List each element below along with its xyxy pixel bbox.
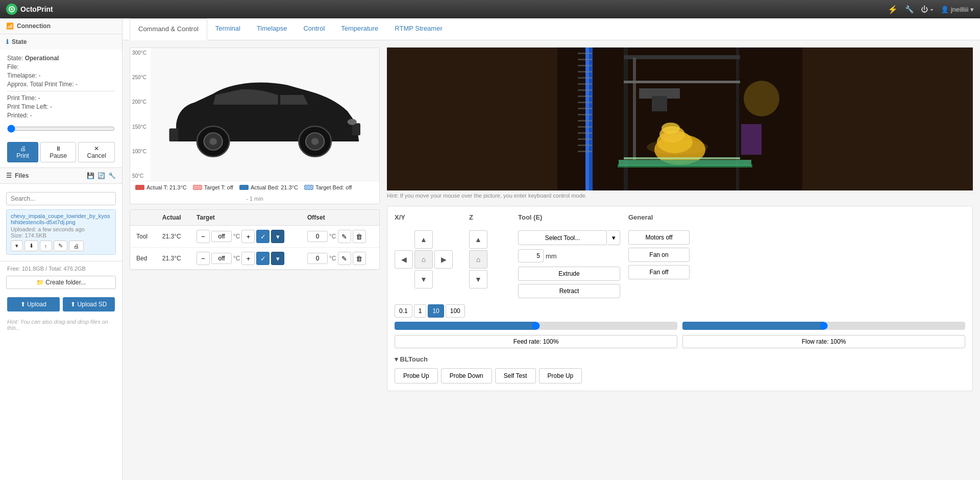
bltouch-self-test[interactable]: Self Test [495,368,536,383]
fan-on-button[interactable]: Fan on [628,248,690,262]
bltouch-probe-down[interactable]: Probe Down [441,368,492,383]
bltouch-header[interactable]: ▾ BLTouch [395,355,965,363]
tool-temp-dropdown[interactable]: ▾ [271,230,284,243]
bed-offset-delete[interactable]: 🗑 [353,252,366,265]
bed-offset-input[interactable] [307,253,328,264]
tool-temp-input[interactable] [211,231,232,242]
tool-label: Tool [130,226,156,248]
flow-rate-button[interactable]: Flow rate: 100% [682,335,965,348]
sidebar-state-body: State: Operational File: Timelapse: - Ap… [0,50,122,167]
tool-select-button[interactable]: Select Tool... [518,230,607,245]
main-layout: 📶 Connection ℹ State State: Operational … [0,18,980,480]
files-header: ☰ Files 💾 🔄 🔧 [0,168,122,184]
wrench-icon[interactable]: 🔧 [905,5,914,13]
file-dl-btn[interactable]: ⬇ [24,241,38,251]
bed-offset-edit[interactable]: ✎ [338,252,351,265]
svg-point-53 [647,139,708,155]
bed-offset: °C ✎ 🗑 [301,248,379,270]
lightning-icon[interactable]: ⚡ [888,5,898,14]
step-10[interactable]: 10 [428,304,444,318]
search-input[interactable] [6,192,116,205]
tab-control[interactable]: Control [295,18,333,40]
flow-rate-slider[interactable] [682,322,965,330]
bed-temp-plus[interactable]: + [241,252,255,265]
svg-rect-36 [578,151,592,152]
user-dropdown[interactable]: 👤 jneilliii ▾ [941,6,974,13]
tab-command-control[interactable]: Command & Control [130,18,207,40]
sidebar-state-section: ℹ State State: Operational File: Timelap… [0,34,122,168]
col-name [130,210,156,226]
upload-sd-button[interactable]: ⬆ Upload SD [63,297,115,311]
tab-terminal[interactable]: Terminal [207,18,249,40]
feed-rate-slider[interactable] [395,322,677,330]
bed-offset-group: °C ✎ 🗑 [307,252,373,265]
svg-point-16 [348,119,357,125]
jog-up[interactable]: ▲ [414,230,433,249]
col-offset: Offset [301,210,379,226]
bltouch-probe-up-1[interactable]: Probe Up [395,368,438,383]
tool-dropdown-button[interactable]: ▾ [608,230,620,245]
file-download-btn[interactable]: ▾ [11,241,23,251]
jog-home-z[interactable]: ⌂ [469,250,487,269]
bed-temp-dropdown[interactable]: ▾ [271,252,284,265]
bltouch-probe-up-2[interactable]: Probe Up [539,368,582,383]
bed-temp-minus[interactable]: − [197,252,210,265]
file-meta: Uploaded: a few seconds ago [11,226,111,232]
file-print-btn[interactable]: 🖨 [69,241,84,251]
extrude-button[interactable]: Extrude [518,267,620,281]
tab-rtmp[interactable]: RTMP Streamer [386,18,450,40]
power-dropdown[interactable]: ⏻ ▾ [921,5,934,13]
step-100[interactable]: 100 [446,304,465,318]
feed-rate-button[interactable]: Feed rate: 100% [395,335,677,348]
tool-offset-input[interactable] [307,231,328,242]
jog-left[interactable]: ◀ [395,250,413,269]
sidebar-connection-header[interactable]: 📶 Connection [0,18,122,34]
file-load-btn[interactable]: ↑ [40,241,52,251]
jog-z-up[interactable]: ▲ [469,230,487,249]
config-icon[interactable]: 🔧 [108,172,116,179]
file-edit-btn[interactable]: ✎ [54,241,67,251]
create-folder-button[interactable]: 📁 Create folder... [6,276,116,289]
tool-offset: °C ✎ 🗑 [301,226,379,248]
sidebar-state-header[interactable]: ℹ State [0,34,122,50]
fan-off-button[interactable]: Fan off [628,265,690,279]
chart-y-labels: 300°C 250°C 200°C 150°C 100°C 50°C [130,48,151,181]
svg-rect-33 [578,132,592,134]
chart-legend: Actual T: 21.3°C Target T: off Actual Be… [130,181,379,194]
svg-rect-24 [578,77,592,79]
jog-z-down[interactable]: ▼ [469,270,487,289]
jog-home-xy[interactable]: ⌂ [414,250,433,269]
files-body: chevy_impala_coupe_lowrider_by_kyoshihid… [0,184,122,261]
svg-rect-15 [352,123,360,135]
navbar-right: ⚡ 🔧 ⏻ ▾ 👤 jneilliii ▾ [888,5,974,14]
cancel-button[interactable]: ✕ Cancel [78,142,115,162]
jog-right[interactable]: ▶ [434,250,453,269]
right-panel: Hint: If you move your mouse over the pi… [387,47,973,391]
tab-timelapse[interactable]: Timelapse [249,18,295,40]
jog-down[interactable]: ▼ [414,270,433,289]
step-1[interactable]: 1 [414,304,427,318]
motors-off-button[interactable]: Motors off [628,230,690,245]
bed-temp-input[interactable] [211,253,232,264]
tool-offset-edit[interactable]: ✎ [338,230,351,243]
print-button[interactable]: 🖨 Print [7,142,38,162]
camera-preview[interactable] [387,47,973,190]
step-01[interactable]: 0.1 [395,304,412,318]
svg-rect-30 [578,114,592,115]
tool-offset-delete[interactable]: 🗑 [353,230,366,243]
main-content: 300°C 250°C 200°C 150°C 100°C 50°C [122,40,980,398]
pause-button[interactable]: ⏸ Pause [40,142,76,162]
file-icon[interactable]: 💾 [87,172,94,179]
tool-temp-plus[interactable]: + [241,230,255,243]
tool-temp-minus[interactable]: − [197,230,210,243]
upload-button[interactable]: ⬆ Upload [7,297,60,311]
tool-temp-confirm[interactable]: ✓ [256,230,270,243]
retract-button[interactable]: Retract [518,284,620,298]
mm-value-input[interactable] [518,249,544,262]
approx-row: Approx. Total Print Time: - [7,81,115,88]
tab-temperature[interactable]: Temperature [333,18,386,40]
legend-target-t: Target T: off [193,184,233,190]
refresh-icon[interactable]: 🔄 [97,172,105,179]
app-logo [6,4,17,15]
bed-temp-confirm[interactable]: ✓ [256,252,270,265]
